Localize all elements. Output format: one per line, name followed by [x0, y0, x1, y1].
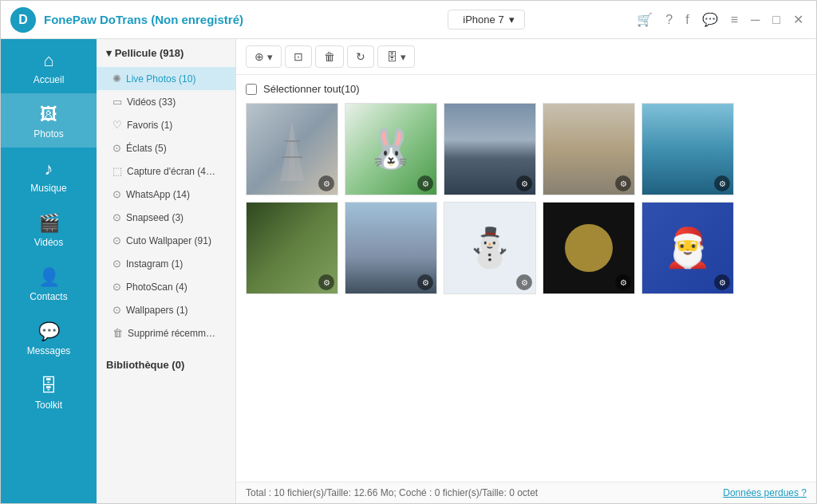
left-panel-item-photoscan[interactable]: ⊙ PhotoScan (4) — [97, 275, 235, 298]
cart-icon[interactable]: 🛒 — [633, 10, 656, 29]
contacts-icon: 👤 — [38, 267, 60, 288]
add-dropdown-arrow: ▾ — [267, 51, 273, 63]
sidebar-label-messages: Messages — [27, 345, 71, 356]
sidebar-item-photos[interactable]: 🖼 Photos — [1, 93, 97, 148]
photo-item[interactable]: ⚙ — [246, 202, 338, 294]
left-panel-item-favoris[interactable]: ♡ Favoris (1) — [97, 113, 235, 136]
app-logo: D — [10, 7, 36, 33]
music-icon: ♪ — [45, 159, 53, 179]
messages-icon: 💬 — [38, 321, 60, 342]
delete-button[interactable]: 🗑 — [315, 45, 344, 68]
sidebar-item-videos[interactable]: 🎬 Vidéos — [1, 202, 97, 256]
trash-icon: 🗑 — [112, 327, 123, 339]
question-icon[interactable]: ? — [662, 11, 676, 29]
add-icon: ⊕ — [255, 50, 264, 63]
app-window: D FonePaw DoTrans (Non enregistré) iPhon… — [0, 0, 817, 504]
photo-item[interactable]: ⚙ — [444, 103, 536, 195]
photo-live-badge: ⚙ — [516, 175, 532, 191]
photo-live-badge: ⚙ — [516, 274, 532, 290]
photo-grid: ⚙ 🐰 ⚙ ⚙ ⚙ — [246, 103, 807, 294]
sidebar-item-accueil[interactable]: ⌂ Accueil — [1, 39, 97, 93]
sync-icon: ↻ — [356, 50, 365, 63]
menu-icon[interactable]: ≡ — [728, 11, 741, 29]
export-button[interactable]: ⊡ — [285, 45, 312, 68]
left-panel-item-whatsapp[interactable]: ⊙ WhatsApp (14) — [97, 183, 235, 206]
photo-live-badge: ⚙ — [318, 175, 334, 191]
left-panel-item-capture[interactable]: ⬚ Capture d'écran (4… — [97, 159, 235, 183]
cuto-icon: ⊙ — [112, 234, 121, 246]
right-panel: ⊕ ▾ ⊡ 🗑 ↻ 🗄 ▾ — [236, 39, 816, 503]
photo-item[interactable]: 🐰 ⚙ — [345, 103, 437, 195]
left-panel-item-supprime[interactable]: 🗑 Supprimé récemm… — [97, 321, 235, 345]
photo-item[interactable]: 🎅 ⚙ — [641, 202, 734, 294]
left-panel: ▾ Pellicule (918) ✺ Live Photos (10) ▭ V… — [97, 39, 236, 503]
photo-item[interactable]: ⚙ — [543, 103, 635, 195]
maximize-icon[interactable]: □ — [769, 11, 783, 29]
app-title: FonePaw DoTrans (Non enregistré) — [44, 13, 339, 26]
pellicule-header: ▾ Pellicule (918) — [97, 39, 235, 67]
home-icon: ⌂ — [43, 50, 53, 71]
left-panel-item-wallpapers[interactable]: ⊙ Wallpapers (1) — [97, 298, 235, 321]
status-bar: Total : 10 fichier(s)/Taille: 12.66 Mo; … — [236, 482, 816, 503]
sidebar-item-contacts[interactable]: 👤 Contacts — [1, 256, 97, 310]
more-icon: 🗄 — [386, 50, 397, 63]
minimize-icon[interactable]: ─ — [748, 11, 763, 29]
sidebar-label-photos: Photos — [34, 128, 63, 140]
toolbar: ⊕ ▾ ⊡ 🗑 ↻ 🗄 ▾ — [236, 39, 816, 75]
add-button[interactable]: ⊕ ▾ — [246, 45, 282, 68]
main-content: ⌂ Accueil 🖼 Photos ♪ Musique 🎬 Vidéos 👤 … — [1, 39, 816, 503]
photo-item[interactable]: ⛄ ⚙ — [444, 202, 536, 294]
video-icon: 🎬 — [38, 213, 60, 234]
sidebar-label-musique: Musique — [30, 183, 66, 194]
select-all-label: Sélectionner tout(10) — [263, 83, 360, 95]
eclats-icon: ⊙ — [112, 142, 121, 154]
photos-icon: 🖼 — [40, 104, 57, 125]
photo-live-badge: ⚙ — [714, 175, 730, 191]
left-panel-item-instagram[interactable]: ⊙ Instagram (1) — [97, 252, 235, 275]
sidebar-label-videos: Vidéos — [34, 237, 63, 248]
photo-live-badge: ⚙ — [417, 175, 433, 191]
left-panel-item-snapseed[interactable]: ⊙ Snapseed (3) — [97, 206, 235, 229]
chevron-down-icon: ▾ — [509, 14, 515, 26]
photo-item[interactable]: ⚙ — [641, 103, 734, 195]
bibliotheque-header: Bibliothèque (0) — [97, 351, 235, 379]
sidebar: ⌂ Accueil 🖼 Photos ♪ Musique 🎬 Vidéos 👤 … — [1, 39, 97, 503]
export-icon: ⊡ — [294, 50, 303, 63]
photo-item[interactable]: ⚙ — [543, 202, 635, 294]
photo-item[interactable]: ⚙ — [345, 202, 437, 294]
instagram-icon: ⊙ — [112, 258, 121, 270]
photo-live-badge: ⚙ — [615, 175, 631, 191]
device-name: iPhone 7 — [463, 14, 503, 26]
sidebar-item-messages[interactable]: 💬 Messages — [1, 310, 97, 364]
snapseed-icon: ⊙ — [112, 211, 121, 223]
toolkit-icon: 🗄 — [40, 376, 57, 396]
left-panel-item-videos[interactable]: ▭ Vidéos (33) — [97, 90, 235, 113]
close-icon[interactable]: ✕ — [790, 10, 807, 29]
left-panel-item-eclats[interactable]: ⊙ Éclats (5) — [97, 136, 235, 159]
livephotos-icon: ✺ — [112, 73, 121, 85]
status-text: Total : 10 fichier(s)/Taille: 12.66 Mo; … — [246, 487, 538, 498]
title-bar: D FonePaw DoTrans (Non enregistré) iPhon… — [1, 1, 816, 39]
photo-live-badge: ⚙ — [318, 274, 334, 290]
more-button[interactable]: 🗄 ▾ — [377, 45, 415, 68]
left-panel-item-cuto[interactable]: ⊙ Cuto Wallpaper (91) — [97, 229, 235, 252]
select-all-checkbox[interactable] — [246, 84, 257, 95]
device-selector[interactable]: iPhone 7 ▾ — [448, 10, 524, 30]
sidebar-label-accueil: Accueil — [34, 74, 65, 85]
photo-item[interactable]: ⚙ — [246, 103, 338, 195]
svg-marker-1 — [280, 121, 304, 181]
videos-small-icon: ▭ — [112, 96, 122, 108]
photoscan-icon: ⊙ — [112, 281, 121, 293]
sidebar-item-musique[interactable]: ♪ Musique — [1, 148, 97, 202]
chat-icon[interactable]: 💬 — [699, 10, 721, 29]
favoris-icon: ♡ — [112, 119, 122, 131]
title-bar-actions: 🛒 ? f 💬 ≡ ─ □ ✕ — [633, 10, 807, 29]
wallpapers-icon: ⊙ — [112, 304, 121, 316]
sidebar-item-toolkit[interactable]: 🗄 Toolkit — [1, 364, 97, 419]
facebook-icon[interactable]: f — [682, 11, 692, 29]
photo-live-badge: ⚙ — [417, 274, 433, 290]
lost-data-link[interactable]: Données perdues ? — [723, 487, 807, 498]
sync-button[interactable]: ↻ — [347, 45, 374, 68]
photo-live-badge: ⚙ — [714, 274, 730, 290]
left-panel-item-livephotos[interactable]: ✺ Live Photos (10) — [97, 67, 235, 90]
